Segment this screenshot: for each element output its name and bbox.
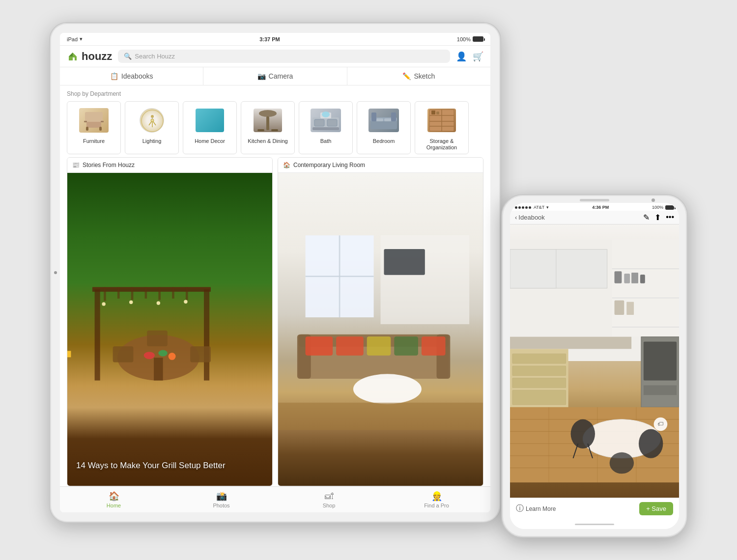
sketch-label: Sketch [414,72,435,80]
tab-shop[interactable]: 🛋 Shop [275,489,383,510]
svg-rect-45 [145,287,147,299]
contemporary-header: 🏠 Contemporary Living Room [278,158,483,173]
bedroom-label: Bedroom [373,138,395,144]
svg-rect-42 [104,287,106,301]
svg-point-61 [169,353,176,360]
svg-rect-41 [92,287,211,290]
svg-rect-55 [113,346,134,362]
dept-bedroom[interactable]: Bedroom [357,101,411,154]
kitchen-scene-svg: 🏷 [510,224,679,498]
edit-icon[interactable]: ✎ [643,213,650,222]
ipad-content-area: 📰 Stories From Houzz [60,157,490,486]
ipad-device: iPad ▾ 3:37 PM 100% h [49,22,501,523]
svg-rect-43 [117,287,120,299]
ipad-nav-bar: 📋 Ideabooks 📷 Camera ✏️ Sketch [60,67,490,85]
info-icon: ⓘ [516,504,524,514]
furniture-img-bg [79,108,109,133]
iphone-device: AT&T ▾ 4:36 PM 100% ‹ Ideabook [501,194,688,538]
signal-dot-4 [525,206,528,209]
iphone-battery-pct: 100% [652,205,663,210]
kitchen-image [250,106,285,135]
houzz-logo-icon [67,51,79,62]
svg-point-15 [259,110,277,117]
iphone-kitchen-image[interactable]: 🏷 [510,224,679,498]
share-icon[interactable]: ⬆ [654,213,661,222]
svg-rect-73 [367,336,391,356]
status-left: iPad ▾ [67,36,83,42]
stories-card: 📰 Stories From Houzz [67,157,273,486]
svg-rect-5 [101,121,104,122]
svg-point-58 [144,352,155,360]
svg-rect-20 [314,119,324,126]
svg-point-9 [151,115,154,118]
shop-section-title: Shop by Department [67,90,483,97]
svg-rect-38 [95,290,100,381]
nav-camera[interactable]: 📷 Camera [203,67,347,85]
ipad-screen: iPad ▾ 3:37 PM 100% h [60,33,490,512]
dept-bath[interactable]: Bath [299,101,353,154]
grill-story-image[interactable]: 14 Ways to Make Your Grill Setup Better [67,173,272,486]
iphone-back-button[interactable]: ‹ Ideabook [515,214,545,221]
svg-point-112 [610,452,634,474]
svg-point-110 [571,420,595,448]
logo-text: houzz [82,50,112,63]
iphone-carrier-label: AT&T [534,205,544,210]
svg-rect-54 [154,358,163,381]
save-button[interactable]: + Save [639,502,673,515]
svg-rect-75 [422,336,446,356]
svg-point-52 [184,300,187,304]
svg-point-49 [102,303,105,306]
svg-rect-18 [271,129,278,131]
dept-homedecor[interactable]: Home Decor [183,101,237,154]
svg-rect-27 [371,112,376,121]
find-pro-tab-label: Find a Pro [424,503,449,508]
learn-more-label: Learn More [526,505,556,512]
svg-point-14 [151,119,154,122]
tab-photos[interactable]: 📸 Photos [168,489,275,510]
tab-home[interactable]: 🏠 Home [60,489,168,510]
iphone-time: 4:36 PM [592,205,609,210]
iphone-carrier: AT&T ▾ [515,205,549,210]
stool-svg [254,109,282,132]
shop-tab-label: Shop [323,503,336,508]
nav-ideabooks[interactable]: 📋 Ideabooks [60,67,203,85]
svg-rect-30 [384,118,391,121]
tab-find-pro[interactable]: 👷 Find a Pro [383,489,490,510]
more-icon[interactable]: ••• [666,213,674,222]
living-room-bg [278,173,483,486]
iphone-front-camera [652,198,655,202]
svg-rect-96 [512,390,566,405]
nav-sketch[interactable]: ✏️ Sketch [347,67,490,85]
svg-rect-99 [644,385,677,395]
svg-rect-22 [312,127,339,130]
profile-icon[interactable]: 👤 [456,51,467,62]
dept-furniture[interactable]: Furniture [67,101,121,154]
dept-storage[interactable]: Storage & Organization [415,101,469,154]
svg-point-76 [353,374,422,404]
svg-rect-74 [394,336,418,356]
stories-header: 📰 Stories From Houzz [67,158,272,173]
living-room-image[interactable] [278,173,483,486]
lighting-image [134,106,170,135]
bed-svg [368,109,399,132]
svg-rect-4 [84,121,87,122]
time-label: 3:37 PM [259,36,280,42]
contemporary-header-label: Contemporary Living Room [293,162,365,168]
svg-point-59 [158,350,168,357]
svg-rect-17 [257,129,264,131]
homedecor-image [192,106,227,135]
svg-rect-44 [131,287,134,300]
dept-kitchen[interactable]: Kitchen & Dining [241,101,295,154]
ipad-camera [54,271,57,274]
svg-rect-86 [624,274,630,283]
ipad-header: houzz 🔍 Search Houzz 👤 🛒 [60,46,490,67]
search-bar[interactable]: 🔍 Search Houzz [118,50,450,63]
dept-lighting[interactable]: Lighting [125,101,179,154]
svg-marker-1 [69,53,73,56]
iphone-nav-bar: ‹ Ideabook ✎ ⬆ ••• [510,211,679,224]
lighting-img-bg [140,108,164,133]
learn-more-button[interactable]: ⓘ Learn More [516,504,556,514]
cart-icon[interactable]: 🛒 [473,51,483,62]
iphone-nav-actions: ✎ ⬆ ••• [643,213,674,222]
back-chevron-icon: ‹ [515,214,517,221]
